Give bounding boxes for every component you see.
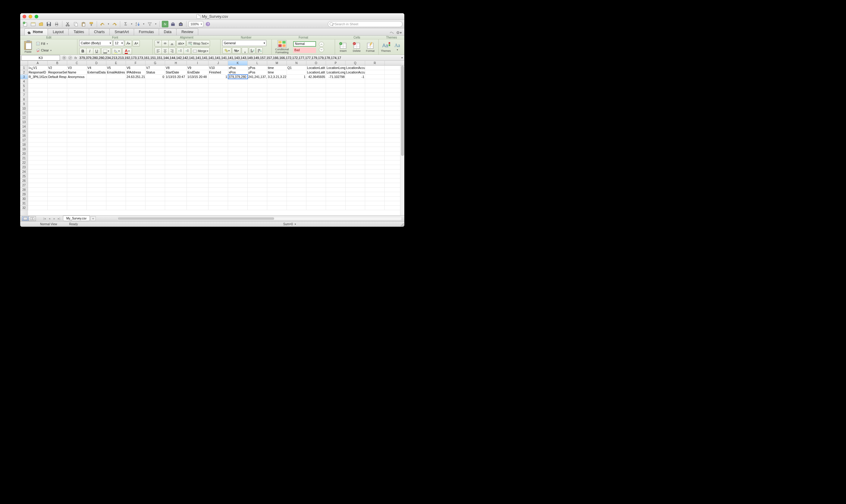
cell-R9[interactable]	[365, 102, 385, 106]
cell-N32[interactable]	[287, 205, 306, 210]
cell-Q19[interactable]	[346, 147, 365, 151]
row-header-25[interactable]: 25	[20, 174, 28, 179]
cell-I1[interactable]: V9	[187, 66, 209, 70]
search-input[interactable]: ▾Search in Sheet	[328, 21, 403, 27]
cell-Q11[interactable]	[346, 111, 365, 115]
cell-O1[interactable]: LocationLatit	[306, 66, 326, 70]
cell-J23[interactable]	[209, 165, 228, 169]
cell-G22[interactable]	[145, 161, 165, 165]
cell-B1[interactable]: V2	[48, 66, 67, 70]
cell-L28[interactable]	[248, 187, 267, 192]
cell-K18[interactable]	[228, 142, 248, 147]
cell-J1[interactable]: V10	[209, 66, 228, 70]
cell-L29[interactable]	[248, 192, 267, 196]
cell-J29[interactable]	[209, 192, 228, 196]
cell-M26[interactable]	[267, 179, 287, 183]
zoom-window-button[interactable]	[35, 15, 38, 18]
cell-J30[interactable]	[209, 197, 228, 201]
cell-L9[interactable]	[248, 102, 267, 106]
toolbox-button[interactable]	[170, 21, 176, 28]
cell-A16[interactable]	[28, 133, 48, 138]
cell-F7[interactable]	[126, 93, 145, 97]
cell-I22[interactable]	[187, 161, 209, 165]
cell-K30[interactable]	[228, 197, 248, 201]
cell-K21[interactable]	[228, 156, 248, 160]
cell-A11[interactable]	[28, 111, 48, 115]
name-box[interactable]: K3	[21, 55, 60, 60]
cell-E6[interactable]	[106, 88, 126, 92]
row-header-30[interactable]: 30	[20, 197, 28, 201]
cell-I10[interactable]	[187, 106, 209, 110]
cell-C20[interactable]	[67, 151, 87, 156]
cell-C3[interactable]: Anonymous	[67, 75, 87, 79]
cell-J8[interactable]	[209, 97, 228, 102]
cell-J22[interactable]	[209, 161, 228, 165]
shrink-font-button[interactable]: A▾	[133, 40, 140, 47]
cell-A4[interactable]	[28, 79, 48, 84]
cell-E17[interactable]	[106, 138, 126, 142]
cell-Q13[interactable]	[346, 120, 365, 124]
style-bad[interactable]: Bad	[293, 48, 316, 53]
cell-D23[interactable]	[87, 165, 106, 169]
row-header-10[interactable]: 10	[20, 106, 28, 111]
cell-H14[interactable]	[165, 124, 187, 129]
cell-D32[interactable]	[87, 205, 106, 210]
help-button[interactable]: ?	[205, 21, 211, 28]
cell-B16[interactable]	[48, 133, 67, 138]
cell-N8[interactable]	[287, 97, 306, 102]
cell-P16[interactable]	[326, 133, 346, 138]
cell-R1[interactable]	[365, 66, 385, 70]
row-header-26[interactable]: 26	[20, 179, 28, 183]
column-header-H[interactable]: H	[165, 61, 187, 65]
tab-charts[interactable]: Charts	[89, 28, 110, 35]
cell-L13[interactable]	[248, 120, 267, 124]
cell-H25[interactable]	[165, 174, 187, 178]
cell-K27[interactable]	[228, 183, 248, 187]
cell-A31[interactable]	[28, 201, 48, 205]
align-middle-button[interactable]	[161, 40, 169, 47]
cell-A8[interactable]	[28, 97, 48, 102]
zoom-selector[interactable]: 100%	[189, 21, 204, 27]
cell-R6[interactable]	[365, 88, 385, 92]
cell-J9[interactable]	[209, 102, 228, 106]
cell-A10[interactable]	[28, 106, 48, 110]
cell-R18[interactable]	[365, 142, 385, 147]
cell-H28[interactable]	[165, 187, 187, 192]
cell-E16[interactable]	[106, 133, 126, 138]
minimize-window-button[interactable]	[29, 15, 32, 18]
row-header-5[interactable]: 5	[20, 84, 28, 88]
cell-A12[interactable]	[28, 115, 48, 120]
cell-B22[interactable]	[48, 161, 67, 165]
cell-N22[interactable]	[287, 161, 306, 165]
cell-C31[interactable]	[67, 201, 87, 205]
cell-N3[interactable]: 1	[287, 75, 306, 79]
cell-J14[interactable]	[209, 124, 228, 129]
cell-O26[interactable]	[306, 179, 326, 183]
column-header-C[interactable]: C	[67, 61, 87, 65]
cell-F19[interactable]	[126, 147, 145, 151]
cell-M7[interactable]	[267, 93, 287, 97]
cell-B27[interactable]	[48, 183, 67, 187]
cell-N12[interactable]	[287, 115, 306, 120]
number-format-select[interactable]: General	[222, 40, 266, 46]
cell-B10[interactable]	[48, 106, 67, 110]
column-header-J[interactable]: J	[209, 61, 228, 65]
cell-F20[interactable]	[126, 151, 145, 156]
cell-D1[interactable]: V4	[87, 66, 106, 70]
cell-P10[interactable]	[326, 106, 346, 110]
cell-F18[interactable]	[126, 142, 145, 147]
cell-N5[interactable]	[287, 84, 306, 88]
cell-C6[interactable]	[67, 88, 87, 92]
cell-Q7[interactable]	[346, 93, 365, 97]
cell-O18[interactable]	[306, 142, 326, 147]
cell-H30[interactable]	[165, 197, 187, 201]
cell-R7[interactable]	[365, 93, 385, 97]
cell-P22[interactable]	[326, 161, 346, 165]
cell-Q16[interactable]	[346, 133, 365, 138]
cell-P20[interactable]	[326, 151, 346, 156]
cell-G31[interactable]	[145, 201, 165, 205]
cell-M2[interactable]: time	[267, 70, 287, 74]
cell-H21[interactable]	[165, 156, 187, 160]
cell-O6[interactable]	[306, 88, 326, 92]
cell-N17[interactable]	[287, 138, 306, 142]
